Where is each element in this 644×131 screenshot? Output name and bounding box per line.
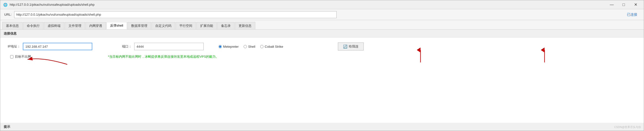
app-icon: 🌐	[3, 2, 8, 7]
section-title: 连接信息	[4, 31, 16, 36]
tab-file-mgmt[interactable]: 文件管理	[65, 22, 85, 29]
title-bar: 🌐 http://127.0.0.1/pikachu/vul/unsafeupl…	[0, 0, 644, 9]
tab-basic-info[interactable]: 基本信息	[2, 22, 22, 29]
radio-metepreter-input[interactable]	[218, 45, 222, 48]
main-content: 连接信息 IP地址： 端口： Metepreter	[0, 30, 644, 131]
radio-metepreter[interactable]: Metepreter	[218, 45, 239, 49]
port-input[interactable]	[134, 43, 204, 50]
radio-shell[interactable]: Shell	[244, 45, 255, 49]
tab-db-mgmt[interactable]: 数据库管理	[128, 22, 151, 29]
radio-cobalt-strike-input[interactable]	[260, 45, 264, 48]
port-label: 端口：	[122, 44, 132, 49]
checkbox-group: 目标不出网	[10, 54, 31, 59]
ip-input[interactable]	[23, 43, 92, 50]
watermark: CSDN@世界尽头与你	[614, 125, 641, 129]
tab-extensions[interactable]: 扩展功能	[196, 22, 217, 29]
window-controls: — □ ✕	[606, 0, 641, 9]
tab-updates[interactable]: 更新信息	[235, 22, 255, 29]
tab-parallel-space[interactable]: 平行空间	[176, 22, 196, 29]
tab-notes[interactable]: 备忘录	[217, 22, 234, 29]
checkbox-label: 目标不出网	[15, 54, 31, 59]
form-row-2: 目标不出网 *当目标内网不能出网时，冰蝎提供将反弹连接转发至本地或远程VPS的能…	[8, 54, 636, 59]
hint-text: *当目标内网不能出网时，冰蝎提供将反弹连接转发至本地或远程VPS的能力。	[108, 54, 219, 59]
radio-shell-input[interactable]	[244, 45, 247, 48]
radio-group: Metepreter Shell Cobalt Strike	[218, 45, 283, 49]
tips-section: 提示	[0, 123, 644, 131]
title-bar-text: http://127.0.0.1/pikachu/vul/unsafeuploa…	[10, 3, 606, 7]
tab-reverse-shell[interactable]: 反弹shell	[106, 22, 127, 29]
close-button[interactable]: ✕	[630, 0, 641, 9]
tab-cmd-exec[interactable]: 命令执行	[23, 22, 44, 29]
form-row-1: IP地址： 端口： Metepreter Shell	[8, 43, 636, 50]
connect-icon: 🔄	[343, 45, 347, 49]
url-label: URL:	[4, 13, 12, 16]
form-area: IP地址： 端口： Metepreter Shell	[0, 38, 644, 64]
radio-cobalt-strike[interactable]: Cobalt Strike	[260, 45, 283, 49]
url-bar: URL: 已连接	[0, 9, 644, 20]
tab-custom-code[interactable]: 自定义代码	[152, 22, 175, 29]
section-header: 连接信息	[0, 30, 644, 38]
port-group: 端口：	[122, 43, 204, 50]
url-input[interactable]	[14, 11, 337, 18]
no-outnet-checkbox[interactable]	[10, 55, 14, 58]
tips-title: 提示	[4, 124, 10, 129]
tab-intranet[interactable]: 内网穿透	[86, 22, 106, 29]
connect-button[interactable]: 🔄 给我连	[338, 43, 364, 50]
tab-bar: 基本信息 命令执行 虚拟终端 文件管理 内网穿透 反弹shell 数据库管理 自…	[0, 20, 644, 30]
radio-metepreter-label: Metepreter	[223, 45, 239, 49]
content-spacer	[0, 64, 644, 123]
maximize-button[interactable]: □	[618, 0, 629, 9]
main-window: 🌐 http://127.0.0.1/pikachu/vul/unsafeupl…	[0, 0, 644, 131]
tab-virtual-terminal[interactable]: 虚拟终端	[44, 22, 64, 29]
ip-group: IP地址：	[8, 43, 92, 50]
radio-shell-label: Shell	[248, 45, 255, 49]
minimize-button[interactable]: —	[606, 0, 618, 9]
radio-cobalt-strike-label: Cobalt Strike	[265, 45, 283, 49]
ip-label: IP地址：	[8, 44, 20, 49]
connect-label: 给我连	[349, 44, 358, 49]
connected-status: 已连接	[627, 13, 640, 17]
